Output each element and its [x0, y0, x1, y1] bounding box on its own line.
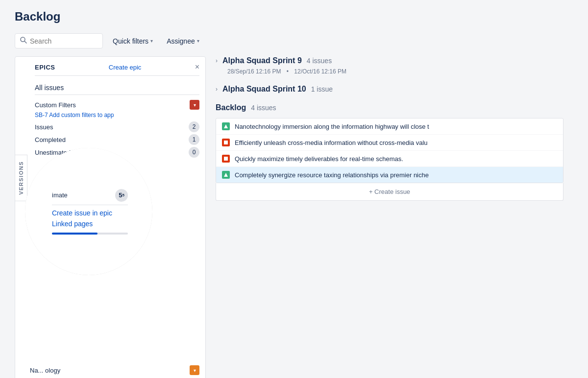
popup-divider	[52, 205, 128, 205]
stat-label-completed: Completed	[35, 136, 66, 143]
stat-row-issues: Issues 2	[35, 121, 199, 132]
stat-badge-unestimated: 0	[189, 147, 199, 158]
stat-badge-issues: 2	[189, 121, 199, 132]
issue-text-2: Efficiently unleash cross-media informat…	[235, 139, 428, 146]
stat-row-completed: Completed 1	[35, 134, 199, 145]
epic-custom-filters-header: Custom Filters ▾	[35, 100, 199, 110]
search-box[interactable]	[15, 33, 103, 48]
popup-progress-fill	[52, 233, 98, 235]
epic-custom-filters-stats: Issues 2 Completed 1 Unestimated 0	[35, 121, 199, 158]
popup-create-issue-link[interactable]: Create issue in epic	[52, 209, 128, 217]
backlog-header: Backlog 4 issues	[216, 103, 564, 112]
quick-filters-chevron: ▾	[150, 38, 153, 44]
quick-filters-label: Quick filters	[113, 37, 148, 45]
sprint-10-name: Alpha Squad Sprint 10	[222, 85, 306, 94]
nano-dropdown-button[interactable]: ▾	[190, 365, 199, 375]
issue-icon-bug-2	[222, 139, 230, 146]
nano-epic-name: Na... ology	[30, 367, 60, 374]
stat-badge-completed: 1	[189, 134, 199, 145]
sprint-9-dates: 28/Sep/16 12:16 PM • 12/Oct/16 12:16 PM	[216, 68, 564, 75]
create-epic-button[interactable]: Create epic	[109, 64, 141, 71]
sidebar: VERSIONS EPICS Create epic × All issues …	[15, 56, 206, 378]
sprint-9-issue-count: 4 issues	[307, 57, 332, 65]
quick-filters-button[interactable]: Quick filters ▾	[109, 34, 157, 48]
backlog-section: Backlog 4 issues Nanotechnology immersio…	[216, 103, 564, 201]
sidebar-header: EPICS Create epic ×	[35, 63, 199, 76]
sprint-9-date-end: 12/Oct/16 12:16 PM	[294, 68, 346, 75]
versions-tab[interactable]: VERSIONS	[15, 155, 27, 201]
sprint-10-issue-count: 1 issue	[311, 85, 333, 93]
epic-custom-filters-link[interactable]: SB-7 Add custom filters to app	[35, 112, 199, 118]
all-issues-item[interactable]: All issues	[35, 81, 199, 95]
page-wrapper: Backlog Quick filters ▾ Assignee ▾	[0, 0, 588, 378]
assignee-label: Assignee	[167, 37, 195, 45]
sprint-10-header: › Alpha Squad Sprint 10 1 issue	[216, 85, 564, 94]
page-title: Backlog	[15, 10, 573, 24]
sprint-10-toggle[interactable]: ›	[216, 86, 218, 93]
main-layout: VERSIONS EPICS Create epic × All issues …	[15, 56, 573, 378]
sidebar-inner: EPICS Create epic × All issues Custom Fi…	[30, 57, 205, 276]
popup-progress-bar	[52, 233, 128, 235]
issue-icon-bug-3	[222, 155, 230, 163]
svg-rect-4	[224, 157, 228, 161]
create-issue-button[interactable]: + Create issue	[216, 183, 564, 201]
sprint-10-section: › Alpha Squad Sprint 10 1 issue	[216, 85, 564, 94]
issue-icon-story-1	[222, 122, 230, 130]
popup-stat-imate: imate 55	[52, 189, 128, 202]
sprint-9-name: Alpha Squad Sprint 9	[222, 56, 302, 65]
sprint-9-header: › Alpha Squad Sprint 9 4 issues	[216, 56, 564, 65]
popup-imate-label: imate	[52, 191, 68, 199]
create-issue-label: + Create issue	[369, 188, 410, 195]
popup-linked-pages-link[interactable]: Linked pages	[52, 220, 128, 228]
all-issues-label: All issues	[35, 84, 64, 92]
issue-text-1: Nanotechnology immersion along the infor…	[235, 123, 429, 130]
epic-custom-filters: Custom Filters ▾ SB-7 Add custom filters…	[35, 100, 199, 158]
epic-custom-filters-dropdown[interactable]: ▾	[190, 100, 199, 110]
issue-text-4: Completely synergize resource taxing rel…	[235, 171, 429, 179]
circle-popup: imate 55 Create issue in epic Linked pag…	[25, 148, 152, 275]
versions-label: VERSIONS	[18, 161, 24, 195]
nano-dropdown-icon: ▾	[194, 368, 196, 373]
main-content: › Alpha Squad Sprint 9 4 issues 28/Sep/1…	[206, 56, 573, 378]
nano-epic: Na... ology ▾	[30, 365, 199, 375]
assignee-button[interactable]: Assignee ▾	[163, 34, 203, 48]
issue-row-1[interactable]: Nanotechnology immersion along the infor…	[216, 118, 563, 135]
issue-row-3[interactable]: Quickly maximize timely deliverables for…	[216, 151, 563, 167]
svg-marker-5	[224, 173, 228, 177]
sprint-9-date-start: 28/Sep/16 12:16 PM	[227, 68, 281, 75]
backlog-count: 4 issues	[251, 104, 276, 112]
assignee-chevron: ▾	[197, 38, 199, 44]
issue-row-4[interactable]: Completely synergize resource taxing rel…	[216, 167, 563, 183]
svg-marker-2	[224, 124, 228, 128]
search-input[interactable]	[30, 37, 98, 45]
sprint-9-date-sep: •	[287, 68, 289, 75]
issue-row-2[interactable]: Efficiently unleash cross-media informat…	[216, 135, 563, 151]
backlog-title: Backlog	[216, 103, 246, 112]
svg-line-1	[24, 41, 26, 43]
close-sidebar-button[interactable]: ×	[195, 63, 199, 71]
dropdown-icon: ▾	[194, 102, 196, 108]
epic-custom-filters-title: Custom Filters	[35, 101, 76, 109]
sprint-9-toggle[interactable]: ›	[216, 57, 218, 64]
toolbar: Quick filters ▾ Assignee ▾	[15, 33, 573, 48]
epics-label: EPICS	[35, 64, 55, 71]
issue-list: Nanotechnology immersion along the infor…	[216, 118, 564, 183]
sprint-9-section: › Alpha Squad Sprint 9 4 issues 28/Sep/1…	[216, 56, 564, 75]
issue-icon-story-4	[222, 171, 230, 179]
issue-text-3: Quickly maximize timely deliverables for…	[235, 155, 403, 163]
svg-rect-3	[224, 141, 228, 144]
stat-label-issues: Issues	[35, 123, 53, 131]
search-icon	[20, 37, 27, 45]
popup-imate-badge: 55	[115, 189, 128, 202]
